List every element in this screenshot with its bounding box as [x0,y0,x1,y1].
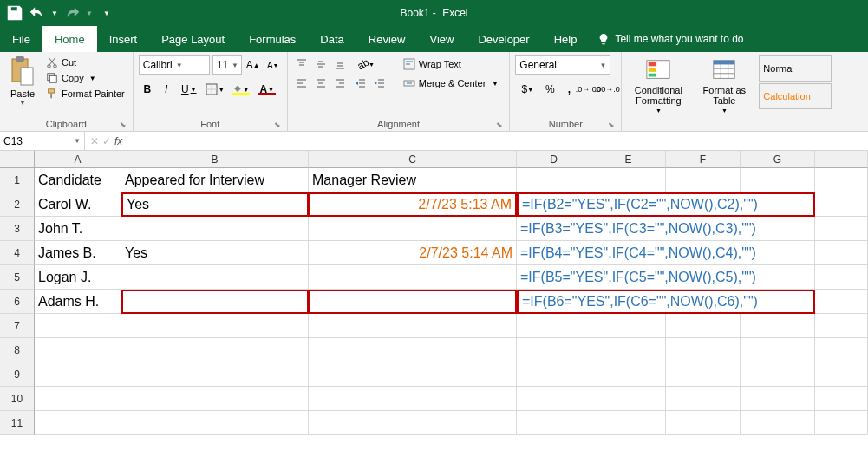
cell[interactable] [741,338,815,362]
row-header[interactable]: 2 [0,192,35,217]
percent-format-button[interactable]: % [541,81,558,98]
row-header[interactable]: 6 [0,290,35,314]
cell[interactable]: Appeared for Interview [121,168,309,192]
tab-review[interactable]: Review [356,26,418,52]
cell[interactable] [121,265,309,290]
col-header-F[interactable]: F [666,151,741,168]
cell[interactable] [35,314,121,338]
cell[interactable] [517,362,591,387]
cell[interactable]: James B. [35,241,121,265]
cell[interactable]: 2/7/23 5:13 AM [309,192,517,217]
cell[interactable] [666,387,741,411]
decrease-indent-button[interactable] [352,75,369,92]
cell[interactable]: Yes [121,241,309,265]
underline-button[interactable]: U▼ [177,81,201,98]
name-box[interactable]: C13▼ [0,132,85,150]
cell[interactable] [121,314,309,338]
enter-icon[interactable]: ✓ [102,135,111,147]
align-right-button[interactable] [331,75,349,92]
cell[interactable] [815,217,868,241]
cell[interactable]: Carol W. [35,192,121,217]
save-icon[interactable] [5,3,24,23]
cell[interactable] [815,168,868,192]
wrap-text-button[interactable]: Wrap Text [397,55,505,73]
cell[interactable] [591,168,666,192]
cell[interactable] [815,387,868,411]
row-header[interactable]: 3 [0,217,35,241]
cell[interactable]: =IF(B6="YES",IF(C6="",NOW(),C6),"") [517,290,815,314]
row-header[interactable]: 9 [0,362,35,387]
cell[interactable]: Manager Review [309,168,517,192]
cell[interactable]: John T. [35,217,121,241]
cell[interactable] [815,362,868,387]
font-launcher[interactable]: ⬊ [273,121,282,129]
align-center-button[interactable] [312,75,330,92]
cell[interactable]: Candidate [35,168,121,192]
cell[interactable] [309,411,517,435]
alignment-launcher[interactable]: ⬊ [495,121,504,129]
tab-help[interactable]: Help [542,26,590,52]
cell[interactable] [815,265,868,290]
cell[interactable] [517,338,591,362]
tab-formulas[interactable]: Formulas [237,26,308,52]
row-header[interactable]: 5 [0,265,35,290]
cell[interactable] [591,387,666,411]
orientation-button[interactable]: ab▼ [352,55,380,73]
cell[interactable]: Logan J. [35,265,121,290]
tell-me[interactable]: Tell me what you want to do [589,26,752,52]
col-header-C[interactable]: C [309,151,517,168]
cell[interactable] [815,192,868,217]
undo-icon[interactable] [28,3,47,23]
cell[interactable] [35,338,121,362]
row-header[interactable]: 1 [0,168,35,192]
cell[interactable] [666,168,741,192]
number-launcher[interactable]: ⬊ [607,121,616,129]
cell[interactable] [815,241,868,265]
italic-button[interactable]: I [158,81,175,98]
cell[interactable] [121,290,309,314]
cell[interactable] [815,411,868,435]
formula-bar[interactable] [127,135,868,147]
tab-home[interactable]: Home [42,26,97,52]
cell[interactable]: 2/7/23 5:14 AM [309,241,517,265]
tab-page-layout[interactable]: Page Layout [149,26,237,52]
align-top-button[interactable] [293,55,310,73]
tab-insert[interactable]: Insert [97,26,150,52]
row-header[interactable]: 4 [0,241,35,265]
format-painter-button[interactable]: Format Painter [43,87,127,101]
font-color-button[interactable]: A▼ [255,81,279,98]
cell[interactable] [309,265,517,290]
cell[interactable] [35,411,121,435]
cell[interactable] [666,362,741,387]
align-left-button[interactable] [293,75,310,92]
col-header-G[interactable]: G [741,151,815,168]
increase-indent-button[interactable] [371,75,388,92]
cell[interactable] [741,168,815,192]
select-all-corner[interactable] [0,151,35,168]
paste-button[interactable]: Paste ▼ [5,55,40,107]
tab-developer[interactable]: Developer [466,26,541,52]
align-middle-button[interactable] [312,55,330,73]
copy-button[interactable]: Copy▼ [43,71,127,85]
redo-icon[interactable] [62,3,82,23]
cell[interactable] [309,387,517,411]
cell[interactable]: Adams H. [35,290,121,314]
number-format-combo[interactable]: General▼ [515,55,610,75]
col-header-D[interactable]: D [517,151,591,168]
cell[interactable] [591,338,666,362]
cell[interactable] [815,314,868,338]
cell[interactable] [309,290,517,314]
cell[interactable] [35,387,121,411]
cell[interactable] [517,168,591,192]
cancel-icon[interactable]: ✕ [90,135,99,147]
col-header-end[interactable] [815,151,868,168]
tab-file[interactable]: File [0,26,42,52]
redo-dropdown[interactable]: ▼ [85,3,94,23]
cell[interactable] [309,362,517,387]
cell[interactable] [309,217,517,241]
cell[interactable] [666,314,741,338]
align-bottom-button[interactable] [331,55,349,73]
cell[interactable] [517,314,591,338]
merge-center-button[interactable]: Merge & Center▼ [397,75,505,92]
row-header[interactable]: 10 [0,387,35,411]
